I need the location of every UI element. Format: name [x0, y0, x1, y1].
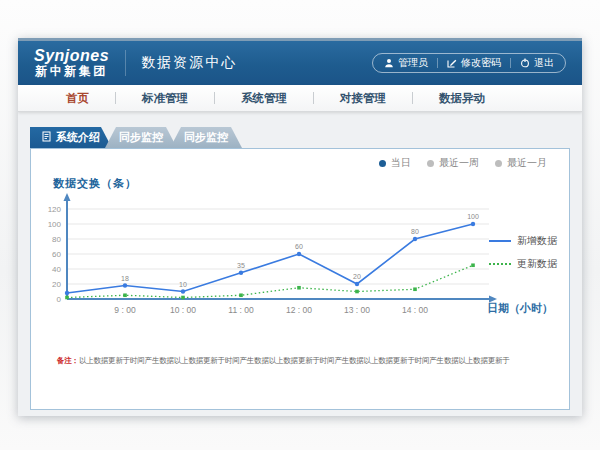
divider [437, 58, 438, 68]
svg-text:11 : 00: 11 : 00 [228, 305, 254, 315]
time-range-filter: 当日 最近一周 最近一月 [379, 156, 547, 170]
svg-text:18: 18 [121, 275, 129, 282]
svg-text:9 : 00: 9 : 00 [114, 305, 136, 315]
page-background: Synjones 新中新集团 数据资源中心 管理员 修改密码 退出 [0, 0, 600, 450]
svg-text:35: 35 [237, 262, 245, 269]
line-sample-solid-icon [489, 240, 511, 242]
edit-icon [447, 58, 457, 68]
user-menu: 管理员 修改密码 退出 [372, 53, 566, 73]
chart-panel: 当日 最近一周 最近一月 数据交换（条） 0204060801001209 : … [30, 148, 570, 410]
user-menu-admin[interactable]: 管理员 [384, 56, 428, 70]
radio-last-week-label: 最近一周 [439, 156, 479, 170]
legend-new-data[interactable]: 新增数据 [489, 234, 557, 248]
main-nav: 首页 标准管理 系统管理 对接管理 数据异动 [18, 85, 582, 112]
document-icon [42, 131, 51, 144]
radio-last-month[interactable]: 最近一月 [495, 156, 547, 170]
svg-text:12 : 00: 12 : 00 [286, 305, 312, 315]
tab-bar: 系统介绍 同步监控 同步监控 [30, 127, 582, 148]
nav-item-home[interactable]: 首页 [40, 91, 115, 106]
app-window: Synjones 新中新集团 数据资源中心 管理员 修改密码 退出 [18, 38, 582, 416]
nav-item-data-change[interactable]: 数据异动 [413, 91, 511, 106]
svg-text:60: 60 [52, 250, 61, 259]
power-icon [520, 58, 530, 68]
app-title: 数据资源中心 [125, 50, 237, 76]
user-menu-change-password[interactable]: 修改密码 [447, 56, 501, 70]
svg-text:80: 80 [52, 235, 61, 244]
nav-item-system-mgmt[interactable]: 系统管理 [215, 91, 313, 106]
chart-x-axis-title: 日期（小时） [487, 301, 553, 316]
radio-today[interactable]: 当日 [379, 156, 411, 170]
line-sample-dotted-icon [489, 263, 511, 265]
legend-update-data-label: 更新数据 [517, 257, 557, 271]
radio-last-week[interactable]: 最近一周 [427, 156, 479, 170]
svg-text:80: 80 [411, 228, 419, 235]
tab-system-intro-label: 系统介绍 [56, 130, 100, 145]
tab-sync-monitor-1[interactable]: 同步监控 [105, 127, 177, 148]
user-menu-logout-label: 退出 [534, 56, 554, 70]
chart-series-legend: 新增数据 更新数据 [489, 234, 557, 271]
radio-dot-icon [379, 160, 386, 167]
user-menu-change-password-label: 修改密码 [461, 56, 501, 70]
user-icon [384, 58, 394, 68]
legend-update-data[interactable]: 更新数据 [489, 257, 557, 271]
tab-sync-monitor-2[interactable]: 同步监控 [170, 127, 242, 148]
svg-text:20: 20 [52, 280, 61, 289]
footer-note-text: 以上数据更新于时间产生数据以上数据更新于时间产生数据以上数据更新于时间产生数据以… [79, 356, 510, 365]
tab-system-intro[interactable]: 系统介绍 [30, 127, 112, 148]
logo-primary-text: Synjones [34, 48, 109, 65]
app-header: Synjones 新中新集团 数据资源中心 管理员 修改密码 退出 [18, 38, 582, 85]
svg-text:13 : 00: 13 : 00 [344, 305, 370, 315]
nav-item-standard-mgmt[interactable]: 标准管理 [116, 91, 214, 106]
line-chart: 0204060801001209 : 0010 : 0011 : 0012 : … [45, 189, 515, 324]
svg-text:20: 20 [353, 273, 361, 280]
svg-text:10: 10 [179, 281, 187, 288]
logo: Synjones 新中新集团 [34, 48, 109, 77]
user-menu-admin-label: 管理员 [398, 56, 428, 70]
svg-text:120: 120 [48, 205, 62, 214]
svg-text:0: 0 [57, 295, 62, 304]
radio-dot-icon [495, 160, 502, 167]
tab-sync-monitor-2-label: 同步监控 [184, 130, 228, 145]
user-menu-logout[interactable]: 退出 [520, 56, 554, 70]
radio-today-label: 当日 [391, 156, 411, 170]
svg-text:60: 60 [295, 243, 303, 250]
legend-new-data-label: 新增数据 [517, 234, 557, 248]
svg-text:100: 100 [467, 213, 479, 220]
radio-dot-icon [427, 160, 434, 167]
nav-item-interface-mgmt[interactable]: 对接管理 [314, 91, 412, 106]
svg-text:40: 40 [52, 265, 61, 274]
content-area: 系统介绍 同步监控 同步监控 当日 最近一周 [18, 112, 582, 410]
svg-text:14 : 00: 14 : 00 [402, 305, 428, 315]
divider [510, 58, 511, 68]
tab-sync-monitor-1-label: 同步监控 [119, 130, 163, 145]
logo-secondary-text: 新中新集团 [35, 65, 108, 78]
footer-note: 备注：以上数据更新于时间产生数据以上数据更新于时间产生数据以上数据更新于时间产生… [57, 356, 510, 366]
svg-text:100: 100 [48, 220, 62, 229]
svg-text:10 : 00: 10 : 00 [170, 305, 196, 315]
footer-note-label: 备注： [57, 356, 79, 365]
radio-last-month-label: 最近一月 [507, 156, 547, 170]
